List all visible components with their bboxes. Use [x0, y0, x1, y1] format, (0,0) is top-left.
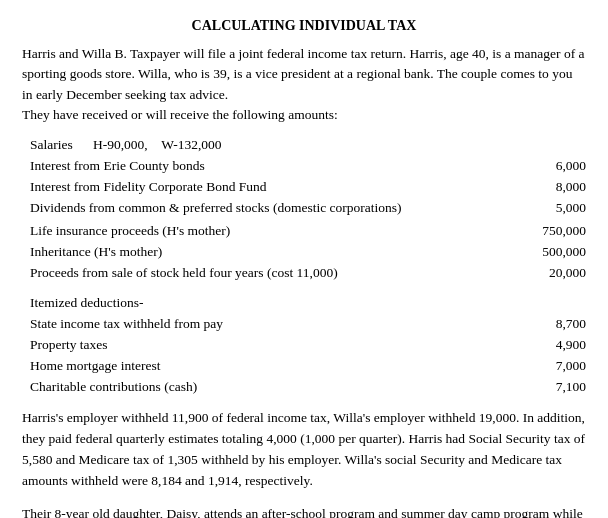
income-value-0: 6,000	[516, 156, 586, 177]
income-label-0: Interest from Erie County bonds	[30, 156, 516, 177]
deduction-item-2: Home mortgage interest 7,000	[22, 356, 586, 377]
page-title: CALCULATING INDIVIDUAL TAX	[22, 18, 586, 34]
deduction-value-2: 7,000	[516, 356, 586, 377]
deductions-section: Itemized deductions- State income tax wi…	[22, 293, 586, 398]
deductions-header: Itemized deductions-	[22, 293, 586, 314]
deduction-label-3: Charitable contributions (cash)	[30, 377, 516, 398]
income-item-0: Interest from Erie County bonds 6,000	[22, 156, 586, 177]
income-item-3: Life insurance proceeds (H's mother) 750…	[22, 221, 586, 242]
deduction-label-2: Home mortgage interest	[30, 356, 516, 377]
income-label-2: Dividends from common & preferred stocks…	[30, 198, 516, 219]
income-value-2: 5,000	[516, 198, 586, 219]
deduction-label-1: Property taxes	[30, 335, 516, 356]
income-label-5: Proceeds from sale of stock held four ye…	[30, 263, 516, 284]
deduction-label-0: State income tax withheld from pay	[30, 314, 516, 335]
income-value-5: 20,000	[516, 263, 586, 284]
income-label-4: Inheritance (H's mother)	[30, 242, 516, 263]
income-item-2: Dividends from common & preferred stocks…	[22, 198, 586, 219]
income-item-1: Interest from Fidelity Corporate Bond Fu…	[22, 177, 586, 198]
income-item-5: Proceeds from sale of stock held four ye…	[22, 263, 586, 284]
intro-text2: They have received or will receive the f…	[22, 107, 338, 122]
deduction-value-1: 4,900	[516, 335, 586, 356]
deduction-value-0: 8,700	[516, 314, 586, 335]
salaries-h: H-90,000,	[93, 135, 148, 156]
deduction-value-3: 7,100	[516, 377, 586, 398]
salaries-row: Salaries H-90,000, W-132,000	[22, 135, 586, 156]
salaries-w: W-132,000	[161, 135, 221, 156]
paragraph2: Their 8-year old daughter, Daisy, attend…	[22, 504, 586, 518]
income-value-1: 8,000	[516, 177, 586, 198]
deduction-item-0: State income tax withheld from pay 8,700	[22, 314, 586, 335]
deduction-item-1: Property taxes 4,900	[22, 335, 586, 356]
income-section: Salaries H-90,000, W-132,000 Interest fr…	[22, 135, 586, 283]
intro-paragraph: Harris and Willa B. Taxpayer will file a…	[22, 44, 586, 125]
deduction-item-3: Charitable contributions (cash) 7,100	[22, 377, 586, 398]
income-label-1: Interest from Fidelity Corporate Bond Fu…	[30, 177, 516, 198]
intro-text: Harris and Willa B. Taxpayer will file a…	[22, 46, 585, 102]
paragraph1: Harris's employer withheld 11,900 of fed…	[22, 408, 586, 492]
income-value-3: 750,000	[516, 221, 586, 242]
income-value-4: 500,000	[516, 242, 586, 263]
salaries-label: Salaries	[30, 135, 73, 156]
income-item-4: Inheritance (H's mother) 500,000	[22, 242, 586, 263]
income-label-3: Life insurance proceeds (H's mother)	[30, 221, 516, 242]
